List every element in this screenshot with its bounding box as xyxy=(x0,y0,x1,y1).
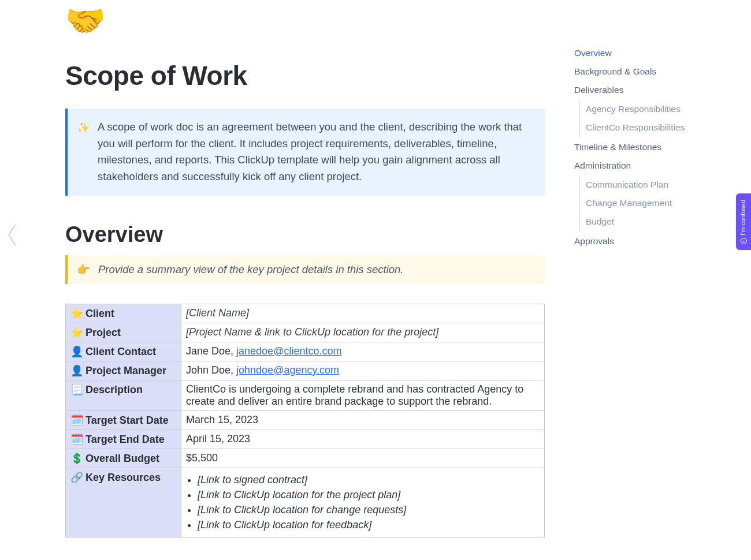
row-label: Target End Date xyxy=(85,434,165,445)
row-label: Overall Budget xyxy=(85,453,159,464)
overview-heading: Overview xyxy=(65,222,545,247)
pm-email[interactable]: johndoe@agency.com xyxy=(236,364,339,376)
table-row: ⭐Client [Client Name] xyxy=(66,304,545,323)
dollar-icon: 💲 xyxy=(70,452,83,465)
intro-callout-text: A scope of work doc is an agreement betw… xyxy=(98,119,532,185)
resource-link[interactable]: [Link to ClickUp location for feedback] xyxy=(198,519,540,531)
person-icon: 👤 xyxy=(70,345,83,358)
pm-value[interactable]: John Doe, johndoe@agency.com xyxy=(181,361,545,380)
handshake-icon: 🤝 xyxy=(65,5,545,37)
toc-item-budget[interactable]: Budget xyxy=(586,212,696,231)
row-label: Target Start Date xyxy=(85,415,169,426)
table-row: 📃Description ClientCo is undergoing a co… xyxy=(66,380,545,410)
toc-item-timeline[interactable]: Timeline & Milestones xyxy=(574,138,696,156)
row-label: Description xyxy=(85,384,143,395)
table-row: 💲Overall Budget $5,500 xyxy=(66,449,545,468)
toc-item-administration[interactable]: Administration xyxy=(574,156,696,175)
resource-link[interactable]: [Link to ClickUp location for the projec… xyxy=(198,489,540,501)
prev-page-chevron[interactable] xyxy=(5,222,21,248)
sparkles-icon: ✨ xyxy=(77,120,90,185)
client-contact-value[interactable]: Jane Doe, janedoe@clientco.com xyxy=(181,342,545,361)
description-value[interactable]: ClientCo is undergoing a complete rebran… xyxy=(181,380,545,410)
toc-item-agency-resp[interactable]: Agency Responsibilities xyxy=(586,100,696,118)
table-row: 🗓️Target Start Date March 15, 2023 xyxy=(66,410,545,430)
client-value[interactable]: [Client Name] xyxy=(181,304,545,323)
page-title: Scope of Work xyxy=(65,60,545,91)
start-date-value[interactable]: March 15, 2023 xyxy=(181,410,545,430)
toc-item-approvals[interactable]: Approvals xyxy=(574,232,696,251)
overview-hint: 👉 Provide a summary view of the key proj… xyxy=(65,255,545,284)
project-value[interactable]: [Project Name & link to ClickUp location… xyxy=(181,323,545,342)
row-label: Client xyxy=(85,308,114,319)
table-row: 🗓️Target End Date April 15, 2023 xyxy=(66,430,545,449)
toc-item-background[interactable]: Background & Goals xyxy=(574,62,696,81)
toc-item-deliverables[interactable]: Deliverables xyxy=(574,81,696,99)
pointing-right-icon: 👉 xyxy=(77,263,90,276)
feedback-tab-label: I'm confused xyxy=(740,199,747,235)
overview-table: ⭐Client [Client Name] ⭐Project [Project … xyxy=(65,304,545,537)
end-date-value[interactable]: April 15, 2023 xyxy=(181,430,545,449)
table-row: 🔗Key Resources [Link to signed contract]… xyxy=(66,468,545,537)
intro-callout: ✨ A scope of work doc is an agreement be… xyxy=(65,109,545,196)
row-label: Key Resources xyxy=(85,472,161,483)
resource-link[interactable]: [Link to ClickUp location for change req… xyxy=(198,504,540,516)
calendar-icon: 🗓️ xyxy=(70,414,83,427)
feedback-tab[interactable]: ?I'm confused xyxy=(736,193,751,250)
person-icon: 👤 xyxy=(70,364,83,377)
row-label: Client Contact xyxy=(85,346,156,357)
star-icon: ⭐ xyxy=(70,326,83,339)
star-icon: ⭐ xyxy=(70,307,83,320)
budget-value[interactable]: $5,500 xyxy=(181,449,545,468)
help-icon: ? xyxy=(741,238,748,244)
table-row: ⭐Project [Project Name & link to ClickUp… xyxy=(66,323,545,342)
resources-value[interactable]: [Link to signed contract] [Link to Click… xyxy=(181,468,545,537)
link-icon: 🔗 xyxy=(70,471,83,484)
toc-item-change-mgmt[interactable]: Change Management xyxy=(586,194,696,212)
toc-item-overview[interactable]: Overview xyxy=(574,44,696,62)
document-main: 🤝 Scope of Work ✨ A scope of work doc is… xyxy=(65,0,545,537)
resource-link[interactable]: [Link to signed contract] xyxy=(198,474,540,486)
table-row: 👤Project Manager John Doe, johndoe@agenc… xyxy=(66,361,545,380)
calendar-icon: 🗓️ xyxy=(70,433,83,446)
table-of-contents: Overview Background & Goals Deliverables… xyxy=(574,44,696,250)
table-row: 👤Client Contact Jane Doe, janedoe@client… xyxy=(66,342,545,361)
row-label: Project xyxy=(85,327,121,338)
toc-item-client-resp[interactable]: ClientCo Responsibilities xyxy=(586,118,696,137)
page-icon: 📃 xyxy=(70,383,83,396)
client-contact-email[interactable]: janedoe@clientco.com xyxy=(236,345,341,357)
overview-hint-text: Provide a summary view of the key projec… xyxy=(98,263,404,276)
row-label: Project Manager xyxy=(85,365,166,376)
toc-item-comm-plan[interactable]: Communication Plan xyxy=(586,176,696,194)
